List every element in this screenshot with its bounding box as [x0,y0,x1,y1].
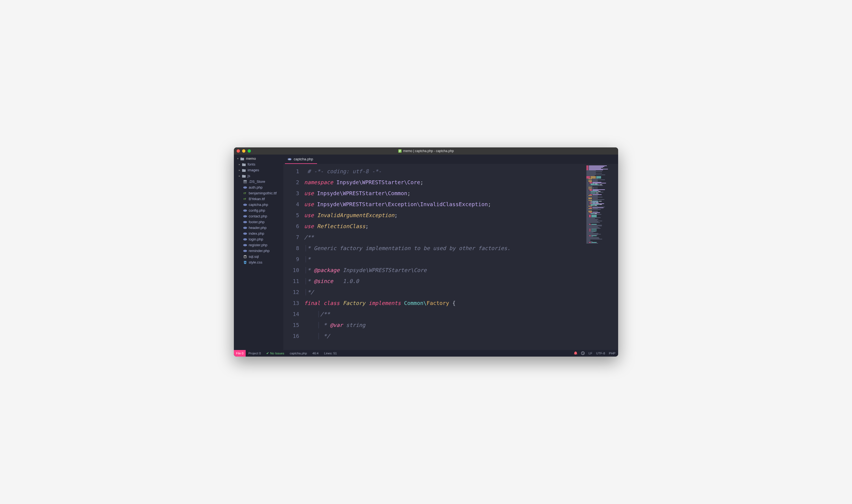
folder-icon [242,163,246,166]
svg-rect-3 [399,151,400,152]
svg-point-13 [243,203,247,205]
tree-item-label: benjamingothic.ttf [249,191,277,195]
tree-file[interactable]: τTBYekan.ttf [234,196,283,202]
editor-area: php captcha.php 12345678910111213141516 … [283,155,618,350]
tab-captcha[interactable]: php captcha.php [285,155,317,164]
code-editor[interactable]: # -*- coding: utf-8 -*-namespace Inpsyde… [303,164,585,350]
titlebar: memo | captcha.php - captcha.php [234,147,618,155]
svg-point-16 [243,221,247,223]
line-number: 14 [283,309,299,320]
php-file-icon [243,209,247,212]
status-file-badge[interactable]: File 0 [234,350,246,357]
window-controls [237,149,251,152]
chevron-down-icon: ▾ [237,157,239,160]
chevron-right-icon: ▸ [238,174,240,177]
svg-point-21 [243,250,247,252]
file-tree[interactable]: ▾ memo ▸ fonts ▸ images ▸ js .DS_ [234,155,283,350]
tree-file[interactable]: sql.sql [234,254,283,259]
svg-rect-9 [246,181,246,183]
tree-item-label: header.php [249,226,267,230]
tree-folder[interactable]: ▸ images [234,167,283,173]
tree-item-label: auth.php [249,185,263,190]
line-number: 12 [283,287,299,298]
svg-point-15 [243,215,247,217]
folder-icon [242,174,246,178]
svg-point-14 [243,209,247,211]
css-file-icon [243,261,247,264]
line-gutter: 12345678910111213141516 [283,164,303,350]
maximize-button[interactable] [248,149,251,152]
tree-folder[interactable]: ▸ js [234,173,283,179]
svg-rect-0 [398,149,402,152]
tree-file[interactable]: captcha.php [234,202,283,208]
tree-root[interactable]: ▾ memo [234,156,283,161]
tree-item-label: footer.php [249,220,265,224]
line-number: 7 [283,232,299,243]
status-encoding[interactable]: UTF-8 [596,352,605,355]
php-file-icon [243,238,247,241]
window-title: memo | captcha.php - captcha.php [234,149,618,153]
tree-file[interactable]: auth.php [234,184,283,190]
tree-item-label: BYekan.ttf [249,197,265,201]
status-bar: File 0 Project 0 ✔ No Issues captcha.php… [234,350,618,357]
tree-item-label: captcha.php [249,203,268,207]
svg-text:τT: τT [243,198,246,200]
bell-icon[interactable] [574,352,577,355]
chevron-right-icon: ▸ [238,163,240,166]
svg-point-17 [243,227,247,229]
tree-file[interactable]: register.php [234,242,283,248]
line-number: 16 [283,331,299,342]
tree-file[interactable]: footer.php [234,219,283,225]
status-cursor-pos[interactable]: 46:4 [310,350,321,357]
main-area: ▾ memo ▸ fonts ▸ images ▸ js .DS_ [234,155,618,350]
svg-point-10 [243,186,247,188]
status-issues[interactable]: ✔ No Issues [264,350,287,357]
line-number: 8 [283,243,299,254]
tree-file[interactable]: config.php [234,208,283,213]
minimize-button[interactable] [242,149,246,152]
window-title-text: memo | captcha.php - captcha.php [403,149,454,153]
line-number: 2 [283,177,299,188]
tree-file[interactable]: style.css [234,259,283,265]
tree-file[interactable]: header.php [234,225,283,231]
status-language[interactable]: PHP [609,352,615,355]
svg-rect-1 [399,150,401,150]
db-file-icon [243,255,247,258]
tree-item-label: fonts [248,162,255,166]
status-project-badge[interactable]: Project 0 [246,350,264,357]
tree-file[interactable]: reminder.php [234,248,283,254]
tree-item-label: reminder.php [249,249,270,253]
line-number: 1 [283,166,299,177]
php-file-icon [243,215,247,218]
tree-file[interactable]: login.php [234,236,283,242]
line-number: 4 [283,199,299,210]
tree-item-label: js [248,174,250,178]
svg-point-19 [243,238,247,240]
tree-file[interactable]: contact.php [234,213,283,219]
tree-item-label: contact.php [249,214,267,218]
close-button[interactable] [237,149,240,152]
php-file-icon [243,221,247,223]
tree-item-label: config.php [249,208,265,213]
tree-item-label: images [248,168,259,172]
check-icon: ✔ [266,352,269,355]
svg-rect-8 [244,181,245,183]
svg-rect-5 [244,180,247,181]
php-file-icon [398,149,402,152]
tree-item-label: style.css [249,260,262,264]
tree-file[interactable]: τTbenjamingothic.ttf [234,190,283,196]
php-file-icon [243,232,247,235]
tree-file[interactable]: .DS_Store [234,179,283,184]
svg-rect-7 [244,182,247,182]
php-file-icon [243,250,247,252]
status-line-ending[interactable]: LF [588,352,592,355]
clock-icon[interactable] [581,352,585,356]
status-line-count: Lines: 51 [322,350,340,357]
minimap[interactable] [585,164,618,350]
svg-text:τT: τT [243,192,246,195]
status-filepath: captcha.php [287,350,310,357]
tree-file[interactable]: index.php [234,231,283,236]
tree-folder[interactable]: ▸ fonts [234,161,283,167]
folder-icon [240,157,244,160]
svg-rect-6 [244,181,247,182]
